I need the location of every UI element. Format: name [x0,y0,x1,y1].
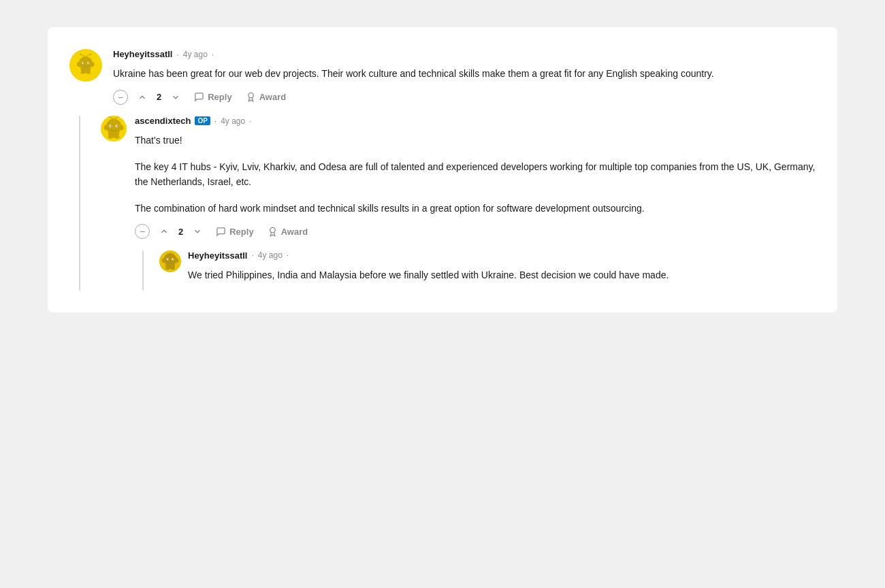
nested-content-1: ascendixtech OP · 4y ago · That's true! … [90,116,816,291]
svg-point-28 [114,135,120,139]
comment-text-heyhey-reply: We tried Philippines, India and Malaysia… [188,267,816,282]
comment-text-para2: The key 4 IT hubs - Kyiv, Lviv, Kharkiv,… [135,159,816,190]
svg-point-8 [83,63,84,64]
svg-point-20 [118,116,120,117]
collapse-button-top[interactable]: − [113,90,128,105]
nested-content-2: Heyheyitssatll · 4y ago · We tried Phili… [151,250,816,291]
svg-point-3 [80,54,82,55]
comment-body-top: Heyheyitssatll · 4y ago · Ukraine has be… [113,49,816,105]
comment-meta-top: Heyheyitssatll · 4y ago · [113,49,816,59]
timestamp-ascendixtech: 4y ago [221,116,245,126]
svg-point-18 [107,116,109,117]
svg-line-17 [108,116,114,120]
username-heyhey-reply: Heyheyitssatll [188,250,247,261]
comment-ascendixtech: ascendixtech OP · 4y ago · That's true! … [101,116,816,291]
upvote-icon-ascendixtech [159,227,169,236]
timestamp-heyhey-reply: 4y ago [258,250,283,260]
svg-point-38 [165,267,170,270]
thread-level-2: Heyheyitssatll · 4y ago · We tried Phili… [135,250,816,291]
svg-point-25 [104,125,108,131]
thread-line-2 [142,250,144,291]
meta-sep-heyhey-reply: · [251,250,253,260]
downvote-icon-ascendixtech [193,227,202,236]
op-badge: OP [195,116,210,125]
award-icon-top [246,92,256,102]
svg-point-35 [173,259,174,260]
svg-point-34 [167,259,169,260]
reply-icon-ascendixtech [216,227,226,237]
svg-line-2 [81,54,86,57]
upvote-button-ascendixtech[interactable] [155,224,173,239]
comment-meta-ascendixtech: ascendixtech OP · 4y ago · [135,116,816,126]
comment-heyhey-reply: Heyheyitssatll · 4y ago · We tried Phili… [159,250,816,291]
svg-point-29 [270,227,275,233]
comment-meta-heyhey-reply: Heyheyitssatll · 4y ago · [188,250,816,261]
svg-point-37 [175,258,178,262]
reply-icon-top [194,92,204,102]
collapse-button-ascendixtech[interactable]: − [135,224,150,239]
svg-point-23 [110,126,112,127]
meta-sep-top: · [176,50,178,59]
upvote-button-top[interactable] [133,90,151,105]
reply-button-ascendixtech[interactable]: Reply [212,224,257,240]
thread-level-1: ascendixtech OP · 4y ago · That's true! … [69,116,816,291]
svg-line-4 [86,54,91,57]
svg-point-24 [116,126,118,127]
downvote-button-top[interactable] [167,90,184,105]
timestamp-top: 4y ago [183,50,208,59]
award-icon-ascendixtech [268,227,278,237]
avatar-heyheyitssatll [69,49,102,82]
reply-button-top[interactable]: Reply [190,89,236,105]
username-top: Heyheyitssatll [113,49,172,59]
svg-point-39 [171,267,175,270]
svg-line-19 [114,116,119,120]
thread-line-wrap-1 [69,116,90,291]
svg-point-27 [108,135,114,139]
comment-body-ascendixtech: ascendixtech OP · 4y ago · That's true! … [135,116,816,291]
action-bar-ascendixtech: − 2 Reply [135,224,816,240]
svg-point-13 [86,71,91,74]
comment-text-top: Ukraine has been great for our web dev p… [113,66,816,81]
svg-point-5 [90,54,92,55]
thread-line-wrap-2 [135,250,151,291]
thread-line-1 [79,116,80,291]
svg-point-12 [81,71,86,74]
comments-card: Heyheyitssatll · 4y ago · Ukraine has be… [48,27,837,312]
vote-count-ascendixtech: 2 [178,227,183,237]
action-bar-top: − 2 Reply Award [113,89,816,105]
award-button-top[interactable]: Award [242,89,291,105]
svg-point-36 [162,258,165,262]
svg-point-9 [88,63,90,64]
avatar-heyhey-reply [159,250,181,272]
meta-sep-ascendixtech: · [214,116,216,126]
downvote-icon-top [171,93,180,102]
comment-text-para1: That's true! [135,133,816,148]
upvote-icon-top [138,93,147,102]
svg-point-26 [119,125,123,131]
comment-top-level: Heyheyitssatll · 4y ago · Ukraine has be… [69,49,816,105]
dot-top: · [212,50,214,59]
comment-body-heyhey-reply: Heyheyitssatll · 4y ago · We tried Phili… [188,250,816,291]
comment-text-para3: The combination of hard work mindset and… [135,201,816,216]
avatar-ascendixtech [101,116,127,142]
svg-point-14 [248,93,253,99]
username-ascendixtech: ascendixtech [135,116,191,126]
downvote-button-ascendixtech[interactable] [189,224,206,239]
award-button-ascendixtech[interactable]: Award [263,224,312,240]
svg-point-11 [91,62,94,67]
svg-point-10 [77,62,80,67]
vote-count-top: 2 [157,92,161,102]
